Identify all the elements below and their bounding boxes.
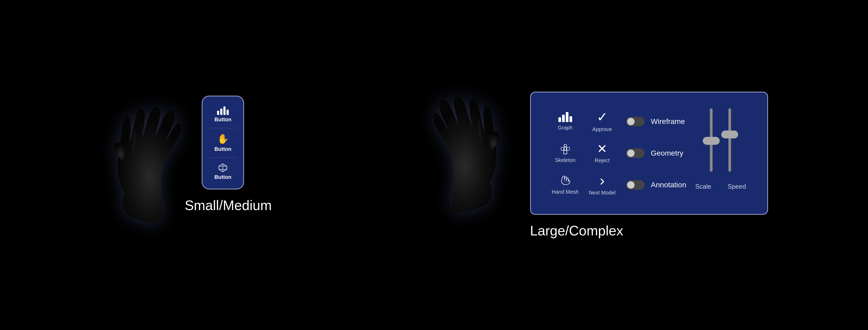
panel-item-nextmodel[interactable]: › Next Model — [584, 174, 621, 196]
panel-item-skeleton[interactable]: Skeleton — [547, 143, 584, 163]
scale-slider-handle[interactable] — [703, 137, 720, 145]
scale-label: Scale — [695, 183, 712, 190]
large-complex-section: Graph ✓ Approve Wireframe — [430, 92, 768, 239]
svg-rect-6 — [561, 147, 564, 150]
panel-button-cube[interactable]: Button — [207, 160, 239, 184]
skeleton-label: Skeleton — [555, 157, 576, 163]
panel-item-handmesh[interactable]: Hand Mesh — [547, 175, 584, 195]
panel-divider-1 — [209, 128, 237, 128]
next-icon: › — [600, 174, 604, 187]
approve-label: Approve — [592, 126, 612, 132]
right-hand-silhouette — [430, 75, 514, 234]
panel-item-approve[interactable]: ✓ Approve — [584, 110, 621, 132]
scale-slider-track[interactable] — [710, 108, 713, 172]
speed-label: Speed — [727, 183, 746, 190]
skeleton-icon: ✋ — [217, 133, 229, 144]
sliders-labels: Scale Speed — [695, 183, 746, 190]
graph-icon-large — [558, 112, 572, 122]
handmesh-icon — [559, 175, 571, 186]
small-medium-panel: Button ✋ Button Button — [202, 96, 244, 190]
panel-button-skeleton-label: Button — [214, 146, 231, 152]
geometry-toggle[interactable] — [626, 148, 645, 158]
small-medium-section: Button ✋ Button Button — [100, 86, 272, 244]
speed-slider-handle[interactable] — [721, 131, 738, 138]
wireframe-toggle[interactable] — [626, 117, 645, 126]
speed-slider-track[interactable] — [728, 108, 731, 172]
svg-rect-4 — [564, 150, 567, 154]
panel-button-graph[interactable]: Button — [207, 102, 239, 126]
left-hand-silhouette — [100, 86, 185, 244]
nextmodel-label: Next Model — [589, 190, 616, 196]
panel-item-reject[interactable]: ✕ Reject — [584, 143, 621, 164]
geometry-toggle-row: Geometry — [621, 148, 689, 158]
approve-icon: ✓ — [597, 110, 608, 124]
reject-label: Reject — [595, 158, 610, 164]
large-complex-label: Large/Complex — [530, 223, 623, 239]
skeleton-icon-large — [559, 143, 571, 155]
handmesh-label: Hand Mesh — [552, 189, 579, 195]
wireframe-toggle-row: Wireframe — [621, 117, 689, 126]
sliders-container — [710, 108, 731, 180]
main-scene: Button ✋ Button Button — [0, 0, 868, 330]
annotation-toggle[interactable] — [626, 180, 645, 190]
large-complex-panel: Graph ✓ Approve Wireframe — [530, 92, 768, 215]
large-panel-wrapper: Graph ✓ Approve Wireframe — [530, 92, 768, 239]
panel-button-graph-label: Button — [214, 117, 231, 123]
reject-icon: ✕ — [597, 143, 607, 155]
scale-slider-wrapper — [710, 108, 713, 172]
annotation-toggle-row: Annotation — [621, 180, 689, 190]
panel-button-cube-label: Button — [214, 174, 231, 180]
svg-rect-5 — [564, 146, 566, 150]
annotation-label: Annotation — [651, 181, 686, 189]
geometry-label: Geometry — [651, 149, 683, 158]
small-medium-label: Small/Medium — [185, 197, 272, 213]
graph-icon — [217, 105, 229, 115]
graph-label: Graph — [558, 125, 573, 131]
sliders-area: Scale Speed — [689, 106, 751, 201]
speed-slider-wrapper — [728, 108, 731, 172]
panel-button-skeleton[interactable]: ✋ Button — [207, 130, 239, 155]
panel-item-graph[interactable]: Graph — [547, 112, 584, 131]
wireframe-label: Wireframe — [651, 117, 685, 126]
cube-icon — [218, 163, 228, 172]
svg-rect-7 — [567, 147, 569, 150]
